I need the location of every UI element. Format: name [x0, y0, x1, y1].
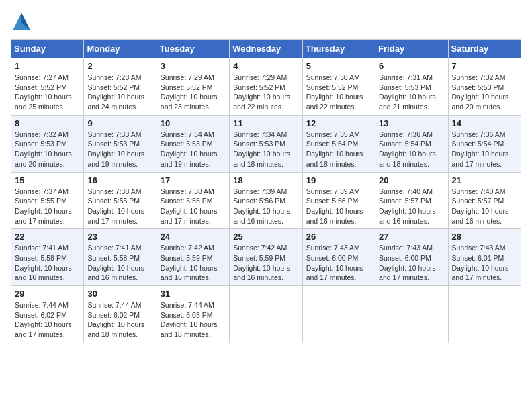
day-number: 6: [379, 61, 444, 71]
calendar-cell: 18Sunrise: 7:39 AM Sunset: 5:56 PM Dayli…: [230, 172, 302, 229]
weekday-header-wednesday: Wednesday: [230, 40, 302, 58]
calendar-table: SundayMondayTuesdayWednesdayThursdayFrid…: [11, 39, 521, 343]
calendar-cell: 27Sunrise: 7:43 AM Sunset: 6:00 PM Dayli…: [375, 229, 448, 286]
day-info: Sunrise: 7:42 AM Sunset: 5:59 PM Dayligh…: [161, 243, 226, 283]
day-info: Sunrise: 7:39 AM Sunset: 5:56 PM Dayligh…: [233, 187, 298, 226]
day-info: Sunrise: 7:32 AM Sunset: 5:53 PM Dayligh…: [15, 130, 80, 169]
calendar-cell: 17Sunrise: 7:38 AM Sunset: 5:55 PM Dayli…: [157, 172, 229, 229]
calendar-cell: 5Sunrise: 7:30 AM Sunset: 5:52 PM Daylig…: [302, 58, 375, 116]
calendar-cell: 23Sunrise: 7:41 AM Sunset: 5:58 PM Dayli…: [84, 229, 157, 286]
calendar-cell: 16Sunrise: 7:38 AM Sunset: 5:55 PM Dayli…: [84, 172, 157, 229]
day-info: Sunrise: 7:41 AM Sunset: 5:58 PM Dayligh…: [15, 243, 80, 283]
day-number: 26: [306, 232, 371, 242]
calendar-cell: [448, 286, 521, 343]
day-info: Sunrise: 7:43 AM Sunset: 6:00 PM Dayligh…: [379, 243, 444, 283]
header: [11, 11, 521, 32]
day-number: 29: [15, 289, 80, 299]
day-number: 20: [379, 175, 444, 185]
day-number: 19: [306, 175, 371, 185]
calendar-cell: 3Sunrise: 7:29 AM Sunset: 5:52 PM Daylig…: [157, 58, 229, 116]
logo: [11, 11, 35, 32]
calendar-cell: 14Sunrise: 7:36 AM Sunset: 5:54 PM Dayli…: [448, 115, 521, 172]
day-info: Sunrise: 7:43 AM Sunset: 6:00 PM Dayligh…: [306, 243, 371, 283]
day-number: 3: [161, 61, 226, 71]
calendar-cell: 13Sunrise: 7:36 AM Sunset: 5:54 PM Dayli…: [375, 115, 448, 172]
day-info: Sunrise: 7:29 AM Sunset: 5:52 PM Dayligh…: [233, 73, 298, 112]
day-number: 5: [306, 61, 371, 71]
day-info: Sunrise: 7:41 AM Sunset: 5:58 PM Dayligh…: [87, 243, 152, 283]
day-info: Sunrise: 7:29 AM Sunset: 5:52 PM Dayligh…: [161, 73, 226, 112]
day-info: Sunrise: 7:38 AM Sunset: 5:55 PM Dayligh…: [161, 187, 226, 226]
day-number: 18: [233, 175, 298, 185]
day-number: 21: [452, 175, 517, 185]
day-info: Sunrise: 7:30 AM Sunset: 5:52 PM Dayligh…: [306, 73, 371, 112]
day-info: Sunrise: 7:42 AM Sunset: 5:59 PM Dayligh…: [233, 243, 298, 283]
calendar-cell: 20Sunrise: 7:40 AM Sunset: 5:57 PM Dayli…: [375, 172, 448, 229]
calendar-cell: 12Sunrise: 7:35 AM Sunset: 5:54 PM Dayli…: [302, 115, 375, 172]
calendar-cell: 26Sunrise: 7:43 AM Sunset: 6:00 PM Dayli…: [302, 229, 375, 286]
calendar-cell: 10Sunrise: 7:34 AM Sunset: 5:53 PM Dayli…: [157, 115, 229, 172]
calendar-cell: [302, 286, 375, 343]
calendar-cell: 30Sunrise: 7:44 AM Sunset: 6:02 PM Dayli…: [84, 286, 157, 343]
calendar-cell: [375, 286, 448, 343]
calendar-cell: 9Sunrise: 7:33 AM Sunset: 5:53 PM Daylig…: [84, 115, 157, 172]
day-info: Sunrise: 7:38 AM Sunset: 5:55 PM Dayligh…: [87, 187, 152, 226]
day-number: 7: [452, 61, 517, 71]
day-number: 12: [306, 118, 371, 128]
weekday-header-saturday: Saturday: [448, 40, 521, 58]
day-info: Sunrise: 7:35 AM Sunset: 5:54 PM Dayligh…: [306, 130, 371, 169]
calendar-cell: 11Sunrise: 7:34 AM Sunset: 5:53 PM Dayli…: [230, 115, 302, 172]
day-info: Sunrise: 7:43 AM Sunset: 6:01 PM Dayligh…: [452, 243, 517, 283]
calendar-cell: 4Sunrise: 7:29 AM Sunset: 5:52 PM Daylig…: [230, 58, 302, 116]
calendar-cell: 22Sunrise: 7:41 AM Sunset: 5:58 PM Dayli…: [11, 229, 84, 286]
calendar-cell: 1Sunrise: 7:27 AM Sunset: 5:52 PM Daylig…: [11, 58, 84, 116]
calendar-cell: 28Sunrise: 7:43 AM Sunset: 6:01 PM Dayli…: [448, 229, 521, 286]
day-number: 22: [15, 232, 80, 242]
calendar-cell: 29Sunrise: 7:44 AM Sunset: 6:02 PM Dayli…: [11, 286, 84, 343]
calendar-cell: 15Sunrise: 7:37 AM Sunset: 5:55 PM Dayli…: [11, 172, 84, 229]
weekday-header-thursday: Thursday: [302, 40, 375, 58]
weekday-header-monday: Monday: [84, 40, 157, 58]
calendar-cell: 8Sunrise: 7:32 AM Sunset: 5:53 PM Daylig…: [11, 115, 84, 172]
calendar-cell: 25Sunrise: 7:42 AM Sunset: 5:59 PM Dayli…: [230, 229, 302, 286]
calendar-cell: 24Sunrise: 7:42 AM Sunset: 5:59 PM Dayli…: [157, 229, 229, 286]
day-info: Sunrise: 7:36 AM Sunset: 5:54 PM Dayligh…: [452, 130, 517, 169]
weekday-header-friday: Friday: [375, 40, 448, 58]
day-number: 8: [15, 118, 80, 128]
logo-icon: [11, 11, 32, 32]
weekday-header-sunday: Sunday: [11, 40, 84, 58]
day-number: 11: [233, 118, 298, 128]
day-number: 31: [161, 289, 226, 299]
day-number: 27: [379, 232, 444, 242]
day-number: 1: [15, 61, 80, 71]
calendar-cell: 2Sunrise: 7:28 AM Sunset: 5:52 PM Daylig…: [84, 58, 157, 116]
day-number: 17: [161, 175, 226, 185]
day-number: 2: [87, 61, 152, 71]
calendar-cell: 19Sunrise: 7:39 AM Sunset: 5:56 PM Dayli…: [302, 172, 375, 229]
day-number: 16: [87, 175, 152, 185]
day-number: 14: [452, 118, 517, 128]
day-info: Sunrise: 7:27 AM Sunset: 5:52 PM Dayligh…: [15, 73, 80, 112]
day-info: Sunrise: 7:39 AM Sunset: 5:56 PM Dayligh…: [306, 187, 371, 226]
day-number: 25: [233, 232, 298, 242]
day-number: 23: [87, 232, 152, 242]
calendar-cell: 21Sunrise: 7:40 AM Sunset: 5:57 PM Dayli…: [448, 172, 521, 229]
day-info: Sunrise: 7:44 AM Sunset: 6:03 PM Dayligh…: [161, 300, 226, 340]
day-info: Sunrise: 7:33 AM Sunset: 5:53 PM Dayligh…: [87, 130, 152, 169]
day-info: Sunrise: 7:36 AM Sunset: 5:54 PM Dayligh…: [379, 130, 444, 169]
day-info: Sunrise: 7:40 AM Sunset: 5:57 PM Dayligh…: [379, 187, 444, 226]
day-number: 4: [233, 61, 298, 71]
calendar-cell: 31Sunrise: 7:44 AM Sunset: 6:03 PM Dayli…: [157, 286, 229, 343]
day-info: Sunrise: 7:40 AM Sunset: 5:57 PM Dayligh…: [452, 187, 517, 226]
day-number: 30: [87, 289, 152, 299]
calendar-cell: 6Sunrise: 7:31 AM Sunset: 5:53 PM Daylig…: [375, 58, 448, 116]
day-info: Sunrise: 7:34 AM Sunset: 5:53 PM Dayligh…: [233, 130, 298, 169]
day-info: Sunrise: 7:37 AM Sunset: 5:55 PM Dayligh…: [15, 187, 80, 226]
day-info: Sunrise: 7:28 AM Sunset: 5:52 PM Dayligh…: [87, 73, 152, 112]
weekday-header-tuesday: Tuesday: [157, 40, 229, 58]
day-info: Sunrise: 7:44 AM Sunset: 6:02 PM Dayligh…: [15, 300, 80, 340]
day-info: Sunrise: 7:32 AM Sunset: 5:53 PM Dayligh…: [452, 73, 517, 112]
day-number: 9: [87, 118, 152, 128]
day-number: 10: [161, 118, 226, 128]
day-number: 15: [15, 175, 80, 185]
